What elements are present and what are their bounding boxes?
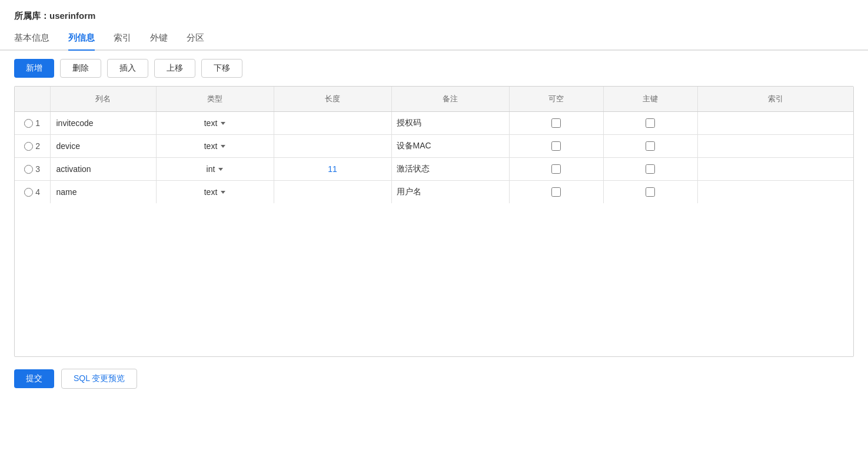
table-header-row: 列名 类型 长度 备注 可空 主键 索引: [15, 87, 853, 112]
tab-basic[interactable]: 基本信息: [14, 28, 49, 51]
col-length-cell[interactable]: [274, 112, 391, 135]
col-remark-cell: 激活状态: [391, 158, 509, 181]
tab-fk[interactable]: 外键: [150, 28, 168, 51]
add-button[interactable]: 新增: [14, 59, 54, 78]
col-length-cell[interactable]: [274, 135, 391, 158]
delete-button[interactable]: 删除: [60, 59, 101, 78]
col-name-cell: name: [50, 181, 156, 204]
table-row: 4nametext用户名: [15, 181, 853, 204]
type-arrow-icon: [218, 168, 223, 171]
empty-space: [15, 203, 853, 356]
nullable-checkbox-3[interactable]: [551, 164, 561, 174]
pk-checkbox-4[interactable]: [646, 187, 655, 197]
row-radio-4[interactable]: [24, 188, 33, 197]
nullable-checkbox-4[interactable]: [551, 187, 561, 197]
type-value: int: [207, 164, 215, 174]
col-pk-cell[interactable]: [603, 112, 697, 135]
footer: 提交 SQL 变更预览: [0, 357, 868, 401]
col-type-cell[interactable]: int: [156, 158, 274, 181]
row-radio-2[interactable]: [24, 142, 33, 151]
row-radio-1[interactable]: [24, 119, 33, 128]
col-length-cell[interactable]: 11: [274, 158, 391, 181]
header-index: 索引: [697, 87, 853, 112]
pk-checkbox-2[interactable]: [646, 141, 655, 151]
col-remark-cell: 用户名: [391, 181, 509, 204]
col-remark-cell: 授权码: [391, 112, 509, 135]
row-number: 2: [35, 141, 40, 151]
row-number: 1: [35, 118, 40, 128]
col-name-cell: activation: [50, 158, 156, 181]
pk-checkbox-1[interactable]: [646, 118, 655, 128]
col-pk-cell[interactable]: [603, 181, 697, 204]
row-select-cell: 1: [15, 112, 50, 135]
row-number: 3: [35, 164, 40, 174]
nullable-checkbox-1[interactable]: [551, 118, 561, 128]
col-nullable-cell[interactable]: [509, 181, 603, 204]
col-index-cell: [697, 158, 853, 181]
pk-checkbox-3[interactable]: [646, 164, 655, 174]
table-row: 1invitecodetext授权码: [15, 112, 853, 135]
insert-button[interactable]: 插入: [107, 59, 148, 78]
header-pk: 主键: [603, 87, 697, 112]
tab-partition[interactable]: 分区: [187, 28, 204, 51]
row-radio-3[interactable]: [24, 165, 33, 174]
sql-preview-button[interactable]: SQL 变更预览: [61, 369, 137, 389]
col-pk-cell[interactable]: [603, 135, 697, 158]
header-nullable: 可空: [509, 87, 603, 112]
move-up-button[interactable]: 上移: [154, 59, 195, 78]
header-remark: 备注: [391, 87, 509, 112]
col-name-cell: device: [50, 135, 156, 158]
type-value: text: [204, 118, 218, 128]
row-select-cell: 3: [15, 158, 50, 181]
type-value: text: [204, 187, 218, 197]
col-type-cell[interactable]: text: [156, 135, 274, 158]
nullable-checkbox-2[interactable]: [551, 141, 561, 151]
db-label: 所属库：: [14, 11, 49, 21]
table-container: 列名 类型 长度 备注 可空 主键 索引 1invitecodetext授权码2…: [14, 86, 854, 357]
col-name-cell: invitecode: [50, 112, 156, 135]
header-select: [15, 87, 50, 112]
type-arrow-icon: [221, 122, 225, 125]
col-nullable-cell[interactable]: [509, 135, 603, 158]
type-arrow-icon: [221, 145, 225, 148]
type-arrow-icon: [221, 191, 225, 194]
db-name: userinform: [49, 11, 95, 21]
header-length: 长度: [274, 87, 391, 112]
header-type: 类型: [156, 87, 274, 112]
table-row: 3activationint11激活状态: [15, 158, 853, 181]
header-col-name: 列名: [50, 87, 156, 112]
move-down-button[interactable]: 下移: [201, 59, 242, 78]
col-length-cell[interactable]: [274, 181, 391, 204]
col-index-cell: [697, 181, 853, 204]
type-value: text: [204, 141, 218, 151]
row-select-cell: 4: [15, 181, 50, 204]
col-remark-cell: 设备MAC: [391, 135, 509, 158]
tabs-container: 基本信息 列信息 索引 外键 分区: [0, 28, 868, 51]
toolbar: 新增 删除 插入 上移 下移: [0, 51, 868, 86]
col-index-cell: [697, 135, 853, 158]
tab-columns[interactable]: 列信息: [68, 28, 95, 51]
tab-index[interactable]: 索引: [114, 28, 131, 51]
col-nullable-cell[interactable]: [509, 158, 603, 181]
row-select-cell: 2: [15, 135, 50, 158]
col-pk-cell[interactable]: [603, 158, 697, 181]
row-number: 4: [35, 187, 40, 197]
columns-table: 列名 类型 长度 备注 可空 主键 索引 1invitecodetext授权码2…: [15, 87, 853, 203]
col-nullable-cell[interactable]: [509, 112, 603, 135]
length-value: 11: [328, 164, 337, 174]
col-index-cell: [697, 112, 853, 135]
page-header: 所属库：userinform: [0, 0, 868, 28]
col-type-cell[interactable]: text: [156, 181, 274, 204]
table-row: 2devicetext设备MAC: [15, 135, 853, 158]
col-type-cell[interactable]: text: [156, 112, 274, 135]
submit-button[interactable]: 提交: [14, 369, 54, 388]
